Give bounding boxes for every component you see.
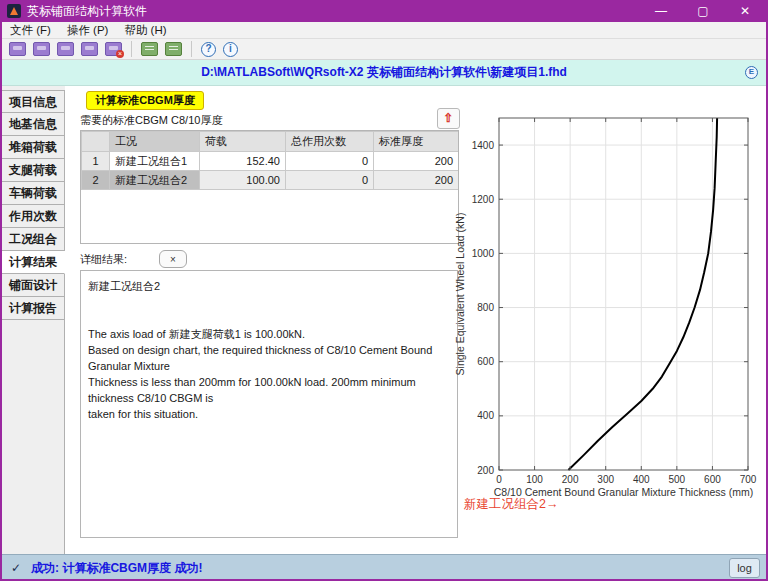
svg-text:600: 600 bbox=[477, 356, 494, 367]
toolbar-separator bbox=[131, 41, 132, 57]
export-excel-icon[interactable] bbox=[141, 42, 158, 56]
open-file-icon[interactable] bbox=[33, 42, 50, 56]
save-file-icon[interactable] bbox=[57, 42, 74, 56]
cell-applications[interactable]: 0 bbox=[286, 152, 374, 171]
sidebar-item-calc-results[interactable]: 计算结果 bbox=[2, 251, 65, 274]
cell-applications[interactable]: 0 bbox=[286, 171, 374, 190]
success-check-icon: ✓ bbox=[11, 561, 21, 575]
table-title: 需要的标准CBGM C8/10厚度 bbox=[80, 113, 222, 128]
svg-text:700: 700 bbox=[740, 474, 757, 485]
save-as-icon[interactable] bbox=[81, 42, 98, 56]
svg-text:200: 200 bbox=[562, 474, 579, 485]
chart-annotation: 新建工况组合2→ bbox=[464, 497, 558, 511]
row-number: 1 bbox=[82, 152, 110, 171]
log-button[interactable]: log bbox=[729, 558, 760, 578]
toolbar-separator bbox=[191, 41, 192, 57]
cell-load[interactable]: 100.00 bbox=[200, 171, 286, 190]
svg-text:400: 400 bbox=[477, 410, 494, 421]
sidebar-item-project-info[interactable]: 项目信息 bbox=[2, 90, 65, 113]
body: 项目信息 地基信息 堆箱荷载 支腿荷载 车辆荷载 作用次数 工况组合 计算结果 … bbox=[2, 86, 766, 554]
close-button[interactable]: ✕ bbox=[724, 0, 766, 22]
maximize-button[interactable]: ▢ bbox=[682, 0, 724, 22]
cell-thickness[interactable]: 200 bbox=[374, 152, 459, 171]
app-logo-icon bbox=[7, 4, 21, 18]
window-controls: — ▢ ✕ bbox=[640, 0, 766, 22]
col-header-case[interactable]: 工况 bbox=[110, 132, 200, 152]
minimize-button[interactable]: — bbox=[640, 0, 682, 22]
design-chart: 0100200300400500600700200400600800100012… bbox=[452, 100, 764, 532]
sidebar-item-vehicle-load[interactable]: 车辆荷载 bbox=[2, 182, 65, 205]
calc-cbgm-button[interactable]: 计算标准CBGM厚度 bbox=[86, 91, 204, 110]
new-file-icon[interactable] bbox=[9, 42, 26, 56]
export-report-icon[interactable] bbox=[165, 42, 182, 56]
details-close-button[interactable]: × bbox=[159, 250, 187, 268]
col-header-applications[interactable]: 总作用次数 bbox=[286, 132, 374, 152]
svg-text:1000: 1000 bbox=[472, 248, 495, 259]
cell-thickness[interactable]: 200 bbox=[374, 171, 459, 190]
cell-load[interactable]: 152.40 bbox=[200, 152, 286, 171]
sidebar-item-action-count[interactable]: 作用次数 bbox=[2, 205, 65, 228]
sidebar-item-leg-load[interactable]: 支腿荷载 bbox=[2, 159, 65, 182]
sidebar-item-case-combination[interactable]: 工况组合 bbox=[2, 228, 65, 251]
sidebar-item-calc-report[interactable]: 计算报告 bbox=[2, 297, 65, 320]
window-title: 英标铺面结构计算软件 bbox=[27, 3, 640, 20]
col-header-load[interactable]: 荷载 bbox=[200, 132, 286, 152]
sidebar-item-pavement-design[interactable]: 铺面设计 bbox=[2, 274, 65, 297]
app-window: 英标铺面结构计算软件 — ▢ ✕ 文件 (F) 操作 (P) 帮助 (H) ? … bbox=[0, 0, 768, 581]
sidebar-filler bbox=[2, 320, 65, 554]
svg-text:400: 400 bbox=[633, 474, 650, 485]
results-panel: 计算标准CBGM厚度 需要的标准CBGM C8/10厚度 ⇧ 工况 荷载 总作用… bbox=[65, 86, 766, 554]
table-row-selected[interactable]: 2 新建工况组合2 100.00 0 200 bbox=[82, 171, 459, 190]
statusbar: ✓ 成功: 计算标准CBGM厚度 成功! log bbox=[2, 554, 766, 581]
menu-help[interactable]: 帮助 (H) bbox=[124, 23, 166, 38]
svg-text:200: 200 bbox=[477, 465, 494, 476]
titlebar: 英标铺面结构计算软件 — ▢ ✕ bbox=[2, 0, 766, 22]
cell-case[interactable]: 新建工况组合1 bbox=[110, 152, 200, 171]
results-table-box: 工况 荷载 总作用次数 标准厚度 1 新建工况组合1 152.40 0 200 … bbox=[80, 130, 459, 244]
toolbar: ? i bbox=[2, 39, 766, 60]
svg-text:800: 800 bbox=[477, 302, 494, 313]
svg-text:1400: 1400 bbox=[472, 140, 495, 151]
close-file-icon[interactable] bbox=[105, 42, 122, 56]
table-row[interactable]: 1 新建工况组合1 152.40 0 200 bbox=[82, 152, 459, 171]
svg-text:1200: 1200 bbox=[472, 194, 495, 205]
col-header-thickness[interactable]: 标准厚度 bbox=[374, 132, 459, 152]
results-table: 工况 荷载 总作用次数 标准厚度 1 新建工况组合1 152.40 0 200 … bbox=[81, 131, 459, 190]
sidebar-item-container-load[interactable]: 堆箱荷载 bbox=[2, 136, 65, 159]
svg-text:500: 500 bbox=[669, 474, 686, 485]
menu-file[interactable]: 文件 (F) bbox=[10, 23, 51, 38]
design-chart-svg: 0100200300400500600700200400600800100012… bbox=[452, 100, 764, 532]
table-header-row: 工况 荷载 总作用次数 标准厚度 bbox=[82, 132, 459, 152]
about-icon[interactable]: i bbox=[223, 42, 238, 57]
svg-text:0: 0 bbox=[496, 474, 502, 485]
chart-y-label: Single Equivalent Wheel Load (kN) bbox=[454, 213, 466, 376]
project-path-banner: D:\MATLABSoft\WQRsoft-X2 英标铺面结构计算软件\新建项目… bbox=[2, 60, 766, 86]
menubar: 文件 (F) 操作 (P) 帮助 (H) bbox=[2, 22, 766, 39]
svg-text:600: 600 bbox=[704, 474, 721, 485]
svg-text:100: 100 bbox=[526, 474, 543, 485]
sidebar-item-foundation-info[interactable]: 地基信息 bbox=[2, 113, 65, 136]
status-message: 成功: 计算标准CBGM厚度 成功! bbox=[31, 560, 729, 577]
project-path: D:\MATLABSoft\WQRsoft-X2 英标铺面结构计算软件\新建项目… bbox=[201, 64, 567, 81]
sidebar: 项目信息 地基信息 堆箱荷载 支腿荷载 车辆荷载 作用次数 工况组合 计算结果 … bbox=[2, 86, 65, 554]
close-x-icon: × bbox=[170, 254, 176, 265]
details-textarea[interactable]: 新建工况组合2 The axis load of 新建支腿荷载1 is 100.… bbox=[80, 270, 458, 538]
svg-text:300: 300 bbox=[597, 474, 614, 485]
cell-case[interactable]: 新建工况组合2 bbox=[110, 171, 200, 190]
row-number: 2 bbox=[82, 171, 110, 190]
banner-badge-icon[interactable]: E bbox=[745, 66, 758, 79]
details-label: 详细结果: bbox=[80, 252, 127, 267]
help-icon[interactable]: ? bbox=[201, 42, 216, 57]
table-corner-cell bbox=[82, 132, 110, 152]
menu-operate[interactable]: 操作 (P) bbox=[67, 23, 109, 38]
